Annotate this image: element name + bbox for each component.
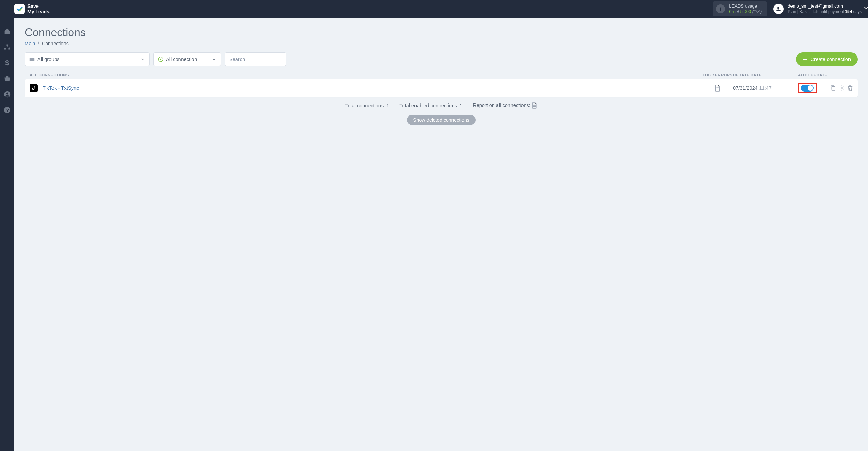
chevron-down-icon <box>140 57 145 62</box>
svg-rect-10 <box>832 87 835 91</box>
gear-icon <box>838 85 845 91</box>
sidebar: $ ? <box>0 18 14 133</box>
connection-link[interactable]: TikTok - TxtSync <box>43 85 79 91</box>
avatar-icon <box>773 4 784 14</box>
usage-label: LEADS usage: <box>729 3 762 9</box>
hamburger-icon <box>4 7 10 11</box>
col-header-name: ALL CONNECTIONS <box>30 73 703 77</box>
log-button[interactable] <box>703 85 733 92</box>
account-email: demo_sml_test@gmail.com <box>788 3 862 9</box>
auto-update-toggle[interactable] <box>801 85 814 92</box>
svg-rect-2 <box>4 48 6 49</box>
sidebar-toolbox[interactable] <box>3 75 11 82</box>
sidebar-help[interactable]: ? <box>3 106 11 114</box>
col-header-log: LOG / ERRORS <box>703 73 733 77</box>
breadcrumb-main[interactable]: Main <box>25 41 35 46</box>
logo-icon <box>14 4 25 14</box>
col-header-date: UPDATE DATE <box>733 73 798 77</box>
tiktok-icon <box>30 84 38 92</box>
summary: Total connections: 1 Total enabled conne… <box>25 97 858 115</box>
account-plan: Plan | Basic | left until payment 154 da… <box>788 9 862 14</box>
document-icon <box>532 102 537 109</box>
sidebar-billing[interactable]: $ <box>3 59 11 66</box>
breadcrumb: Main / Connections <box>25 41 858 46</box>
document-icon <box>715 85 721 92</box>
svg-rect-3 <box>8 48 10 49</box>
chevron-down-icon[interactable] <box>863 4 868 12</box>
sidebar-account[interactable] <box>3 90 11 98</box>
chevron-down-icon <box>212 57 216 62</box>
search-input[interactable] <box>225 52 286 66</box>
menu-toggle[interactable] <box>0 0 14 18</box>
highlight-box <box>798 83 817 93</box>
usage-box: i LEADS usage: 65 of 5'000 (1%) <box>713 1 767 17</box>
update-date: 07/31/2024 11:47 <box>733 85 798 91</box>
copy-icon <box>830 85 836 91</box>
connection-filter-dropdown[interactable]: All connection <box>153 52 221 66</box>
page-title: Connections <box>25 26 858 39</box>
svg-point-11 <box>841 87 843 89</box>
connection-row: TikTok - TxtSync 07/31/2024 11:47 <box>25 79 858 97</box>
groups-dropdown[interactable]: All groups <box>25 52 150 66</box>
trash-icon <box>847 85 853 91</box>
breadcrumb-current: Connections <box>42 41 69 46</box>
info-icon: i <box>716 4 725 13</box>
play-circle-icon <box>158 57 163 62</box>
toolbar: All groups All connection Create connect… <box>25 52 858 66</box>
show-deleted-button[interactable]: Show deleted connections <box>407 115 475 125</box>
svg-point-6 <box>6 93 8 95</box>
folder-icon <box>29 57 35 62</box>
delete-button[interactable] <box>847 85 853 91</box>
svg-text:$: $ <box>5 59 9 66</box>
svg-text:?: ? <box>6 108 9 113</box>
content: Connections Main / Connections All group… <box>14 18 868 133</box>
settings-button[interactable] <box>838 85 845 91</box>
list-header: ALL CONNECTIONS LOG / ERRORS UPDATE DATE… <box>25 71 858 79</box>
report-button[interactable] <box>532 102 537 109</box>
account-menu[interactable]: demo_sml_test@gmail.com Plan | Basic | l… <box>773 3 862 14</box>
logo-text: Save My Leads. <box>27 3 51 14</box>
sidebar-connections[interactable] <box>3 43 11 51</box>
col-header-auto: AUTO UPDATE <box>798 73 853 77</box>
create-connection-button[interactable]: Create connection <box>796 52 858 66</box>
plus-icon <box>803 57 807 61</box>
copy-button[interactable] <box>830 85 836 91</box>
sidebar-home[interactable] <box>3 27 11 35</box>
topbar: Save My Leads. i LEADS usage: 65 of 5'00… <box>0 0 868 18</box>
svg-point-0 <box>777 7 779 9</box>
svg-rect-1 <box>7 45 8 46</box>
